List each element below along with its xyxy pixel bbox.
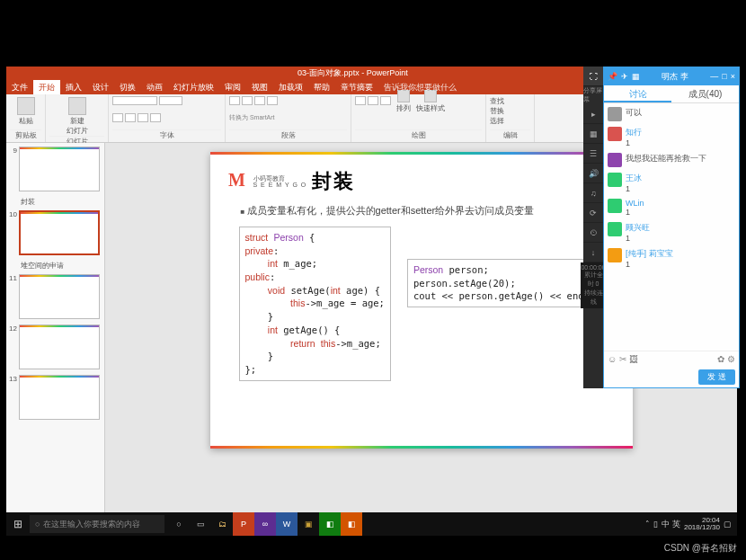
avatar: [608, 199, 622, 213]
code-right: Person person; person.setAge(20); cout <…: [407, 259, 601, 307]
tab-anim[interactable]: 动画: [141, 80, 168, 95]
powerpoint-icon[interactable]: P: [233, 512, 254, 536]
taskbar-search[interactable]: ○ 在这里输入你要搜索的内容: [30, 515, 164, 533]
send-button[interactable]: 发 送: [698, 369, 735, 385]
chat-messages[interactable]: 可以知行1我想我还能再抢救一下王冰1WLin1顾兴旺1[纯手] 莉宝宝1: [604, 103, 739, 351]
grid-icon[interactable]: ▦: [632, 72, 640, 81]
section-header[interactable]: 堆空间的申请: [21, 261, 102, 271]
slide[interactable]: M 小码哥教育 S E E M Y G O 封装 成员变量私有化，提供公共的ge…: [210, 152, 633, 449]
tab-design[interactable]: 设计: [87, 80, 114, 95]
chat-max-icon[interactable]: □: [722, 72, 726, 81]
tool-clock-icon[interactable]: ⏲: [583, 223, 603, 243]
app-gold-icon[interactable]: ▣: [298, 512, 319, 536]
paste-icon[interactable]: [17, 97, 35, 115]
font-color-button[interactable]: [150, 113, 161, 122]
font-combo[interactable]: [112, 96, 157, 105]
taskview-icon[interactable]: ▭: [190, 512, 211, 536]
cortana-icon[interactable]: ○: [168, 512, 190, 536]
emoji-icon[interactable]: ☺: [608, 354, 617, 364]
watermark: CSDN @吾名招财: [664, 542, 737, 555]
tab-discuss[interactable]: 讨论: [604, 85, 671, 102]
slide-thumbnails[interactable]: 9 封装 10 堆空间的申请 11 12 13: [6, 143, 105, 520]
shape-button[interactable]: [380, 96, 391, 105]
new-slide-button[interactable]: 新建 幻灯片: [67, 116, 88, 136]
share-screen-icon[interactable]: ⛶: [583, 67, 603, 86]
section-header[interactable]: 封装: [21, 197, 102, 207]
new-slide-icon[interactable]: [68, 97, 86, 115]
tool-refresh-icon[interactable]: ⟳: [583, 203, 603, 223]
vs-icon[interactable]: ∞: [254, 512, 276, 536]
plane-icon[interactable]: ✈: [621, 72, 628, 81]
tool-ppt-icon[interactable]: ▸: [583, 104, 603, 124]
fontsize-combo[interactable]: [159, 96, 182, 105]
chat-min-icon[interactable]: —: [710, 72, 718, 81]
explorer-icon[interactable]: 🗂: [211, 512, 233, 536]
thumb-12[interactable]: [19, 324, 100, 369]
tab-members[interactable]: 成员(40): [671, 85, 739, 102]
italic-button[interactable]: [125, 113, 136, 122]
thumb-11[interactable]: [19, 274, 100, 319]
thumb-10[interactable]: [19, 210, 100, 255]
arrange-button[interactable]: 排列: [396, 103, 411, 113]
align-left-button[interactable]: [254, 96, 265, 105]
code-left: struct Person { private: int m_age; publ…: [239, 227, 391, 381]
select-button[interactable]: 选择: [490, 116, 530, 126]
tool-next-icon[interactable]: ↓: [583, 243, 603, 262]
group-clipboard: 剪贴板: [10, 129, 41, 140]
quickstyle-button[interactable]: 快速样式: [416, 103, 445, 113]
tab-home[interactable]: 开始: [33, 80, 60, 95]
gear-icon[interactable]: ⚙: [727, 354, 735, 364]
shape-button[interactable]: [355, 96, 366, 105]
shape-button[interactable]: [368, 96, 378, 105]
decor-rainbow: [210, 152, 633, 155]
notification-icon[interactable]: ▢: [724, 520, 732, 529]
flower-icon[interactable]: ✿: [717, 354, 724, 364]
logo-text-1: 小码哥教育: [253, 175, 307, 182]
image-icon[interactable]: 🖼: [629, 354, 638, 364]
tool-music-icon[interactable]: ♫: [583, 183, 603, 203]
taskbar-clock[interactable]: 20:04 2018/12/30: [684, 517, 720, 531]
tab-view[interactable]: 视图: [246, 80, 273, 95]
tray-up-icon[interactable]: ˄: [645, 520, 650, 529]
decor-rainbow: [210, 446, 633, 449]
numbering-button[interactable]: [242, 96, 253, 105]
tab-file[interactable]: 文件: [6, 80, 33, 95]
tellme-input[interactable]: 告诉我你想要做什么: [378, 80, 462, 95]
logo-text-2: S E E M Y G O: [253, 182, 307, 188]
tab-help[interactable]: 帮助: [308, 80, 335, 95]
tab-insert[interactable]: 插入: [60, 80, 87, 95]
app-orange-icon[interactable]: ◧: [341, 512, 362, 536]
ime-indicator[interactable]: 中 英: [662, 519, 680, 530]
bold-button[interactable]: [112, 113, 123, 122]
avatar: [608, 173, 622, 187]
replace-button[interactable]: 替换: [490, 106, 530, 116]
tab-review[interactable]: 审阅: [219, 80, 246, 95]
align-center-button[interactable]: [267, 96, 278, 105]
group-edit: 编辑: [490, 129, 530, 140]
start-button[interactable]: ⊞: [6, 518, 30, 530]
find-button[interactable]: 查找: [490, 96, 530, 106]
chat-titlebar: 📌 ✈ ▦ 明杰 李 — □ ×: [604, 67, 739, 85]
scissor-icon[interactable]: ✂: [619, 354, 626, 364]
thumb-9[interactable]: [19, 147, 100, 191]
chat-message: 知行1: [608, 127, 735, 147]
underline-button[interactable]: [138, 113, 148, 122]
chat-close-icon[interactable]: ×: [731, 72, 735, 81]
smartart-button[interactable]: 转换为 SmartArt: [229, 113, 275, 122]
tab-slideshow[interactable]: 幻灯片放映: [168, 80, 219, 95]
tab-transition[interactable]: 切换: [114, 80, 141, 95]
tray-battery-icon[interactable]: ▯: [653, 520, 658, 529]
tool-media-icon[interactable]: ▦: [583, 124, 603, 144]
thumb-13[interactable]: [19, 375, 100, 420]
tool-mouse-icon[interactable]: ☰: [583, 144, 603, 164]
group-font: 字体: [112, 129, 221, 140]
word-icon[interactable]: W: [276, 512, 298, 536]
tab-addin[interactable]: 加载项: [273, 80, 308, 95]
bullets-button[interactable]: [229, 96, 240, 105]
windows-taskbar: ⊞ ○ 在这里输入你要搜索的内容 ○ ▭ 🗂 P ∞ W ▣ ◧ ◧ ˄ ▯ 中…: [6, 512, 737, 536]
paste-button[interactable]: 粘贴: [19, 116, 33, 126]
tool-audio-icon[interactable]: 🔊: [583, 164, 603, 183]
app-green-icon[interactable]: ◧: [319, 512, 341, 536]
pin-icon[interactable]: 📌: [608, 72, 617, 81]
tab-section[interactable]: 章节摘要: [335, 80, 378, 95]
